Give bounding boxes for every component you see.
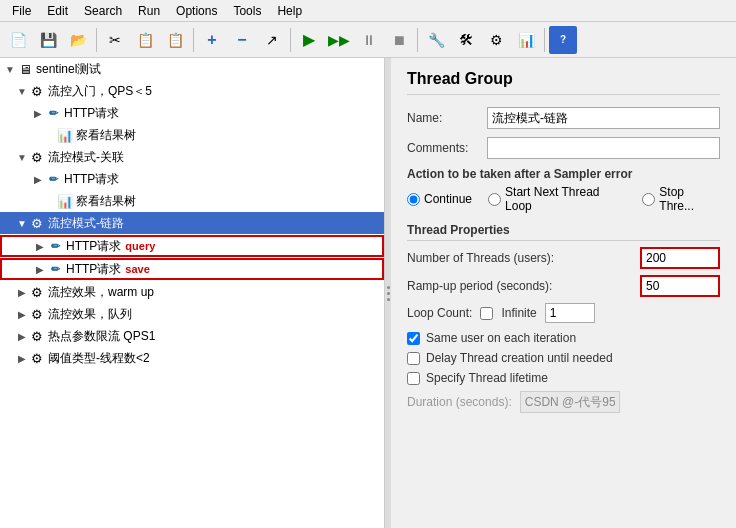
menu-options[interactable]: Options xyxy=(168,2,225,20)
settings-button[interactable]: ⚙ xyxy=(482,26,510,54)
tree-item-flow-chain[interactable]: ▼ ⚙ 流控模式-链路 xyxy=(0,212,384,234)
same-user-label[interactable]: Same user on each iteration xyxy=(426,331,576,345)
expand-flow-effect[interactable]: ▶ xyxy=(16,287,28,298)
specify-lifetime-checkbox[interactable] xyxy=(407,372,420,385)
delay-thread-label[interactable]: Delay Thread creation until needed xyxy=(426,351,613,365)
specify-lifetime-label[interactable]: Specify Thread lifetime xyxy=(426,371,548,385)
action-label: Action to be taken after a Sampler error xyxy=(407,167,720,181)
gear-icon-7: ⚙ xyxy=(28,349,46,367)
tree-label-flow-intro: 流控入门，QPS＜5 xyxy=(48,83,152,100)
expand-http4[interactable]: ▶ xyxy=(34,264,46,275)
panel-resize-handle[interactable] xyxy=(385,58,391,528)
drag-dot-2 xyxy=(387,292,390,295)
menu-tools[interactable]: Tools xyxy=(225,2,269,20)
tree-item-http4[interactable]: ▶ ✏ HTTP请求 save xyxy=(0,258,384,280)
clear-button[interactable]: ↗ xyxy=(258,26,286,54)
main-layout: ▼ 🖥 sentinel测试 ▼ ⚙ 流控入门，QPS＜5 ▶ ✏ HTTP请求… xyxy=(0,58,736,528)
tree-label-http3: HTTP请求 xyxy=(66,238,121,255)
menu-edit[interactable]: Edit xyxy=(39,2,76,20)
menu-help[interactable]: Help xyxy=(269,2,310,20)
num-threads-input[interactable] xyxy=(640,247,720,269)
copy-button[interactable]: 📋 xyxy=(131,26,159,54)
paste-button[interactable]: 📋 xyxy=(161,26,189,54)
gear-icon-4: ⚙ xyxy=(28,283,46,301)
menu-search[interactable]: Search xyxy=(76,2,130,20)
tree-label-flow-chain: 流控模式-链路 xyxy=(48,215,124,232)
loop-count-input[interactable] xyxy=(545,303,595,323)
comments-input[interactable] xyxy=(487,137,720,159)
tree-label-http1: HTTP请求 xyxy=(64,105,119,122)
cut-button[interactable]: ✂ xyxy=(101,26,129,54)
tree-item-flow-assoc[interactable]: ▼ ⚙ 流控模式-关联 xyxy=(0,146,384,168)
rampup-input[interactable] xyxy=(640,275,720,297)
expand-hotspot[interactable]: ▶ xyxy=(16,331,28,342)
tree-label-sentinel: sentinel测试 xyxy=(36,61,101,78)
loop-row: Loop Count: Infinite xyxy=(407,303,720,323)
tree-item-http1[interactable]: ▶ ✏ HTTP请求 xyxy=(0,102,384,124)
num-threads-row: Number of Threads (users): xyxy=(407,247,720,269)
menu-file[interactable]: File xyxy=(4,2,39,20)
http-icon-3: ✏ xyxy=(46,237,64,255)
tree-item-threshold[interactable]: ▶ ⚙ 阈值类型-线程数<2 xyxy=(0,347,384,369)
tree-item-http3[interactable]: ▶ ✏ HTTP请求 query xyxy=(0,235,384,257)
delay-thread-row: Delay Thread creation until needed xyxy=(407,351,720,365)
tree-item-flow-queue[interactable]: ▶ ⚙ 流控效果，队列 xyxy=(0,303,384,325)
infinite-checkbox[interactable] xyxy=(480,307,493,320)
gear-icon-5: ⚙ xyxy=(28,305,46,323)
same-user-checkbox[interactable] xyxy=(407,332,420,345)
stop-button[interactable]: ⏸ xyxy=(355,26,383,54)
shutdown-button[interactable]: ⏹ xyxy=(385,26,413,54)
tree-item-tree2[interactable]: 📊 察看结果树 xyxy=(0,190,384,212)
radio-continue-label: Continue xyxy=(424,192,472,206)
tree-label-http4: HTTP请求 xyxy=(66,261,121,278)
tree-item-sentinel[interactable]: ▼ 🖥 sentinel测试 xyxy=(0,58,384,80)
results-tree-icon-1: 📊 xyxy=(56,126,74,144)
help-icon-button[interactable]: ? xyxy=(549,26,577,54)
tree-item-hotspot[interactable]: ▶ ⚙ 热点参数限流 QPS1 xyxy=(0,325,384,347)
expand-flow-chain[interactable]: ▼ xyxy=(16,218,28,229)
name-input[interactable] xyxy=(487,107,720,129)
run-no-pause-button[interactable]: ▶▶ xyxy=(325,26,353,54)
run-button[interactable]: ▶ xyxy=(295,26,323,54)
remove-button[interactable]: − xyxy=(228,26,256,54)
computer-icon: 🖥 xyxy=(16,60,34,78)
gear-icon-2: ⚙ xyxy=(28,148,46,166)
save-button[interactable]: 📂 xyxy=(64,26,92,54)
chart-button[interactable]: 📊 xyxy=(512,26,540,54)
infinite-label: Infinite xyxy=(501,306,536,320)
radio-continue[interactable]: Continue xyxy=(407,192,472,206)
new-button[interactable]: 📄 xyxy=(4,26,32,54)
tree-label-flow-queue: 流控效果，队列 xyxy=(48,306,132,323)
expand-flow-assoc[interactable]: ▼ xyxy=(16,152,28,163)
add-button[interactable]: + xyxy=(198,26,226,54)
tree-item-tree1[interactable]: 📊 察看结果树 xyxy=(0,124,384,146)
duration-input[interactable] xyxy=(520,391,620,413)
badge-save: save xyxy=(125,263,149,275)
toolbar-separator-4 xyxy=(417,28,418,52)
config-panel: Thread Group Name: Comments: Action to b… xyxy=(391,58,736,528)
radio-stop-thread[interactable]: Stop Thre... xyxy=(642,185,720,213)
remote-stop-button[interactable]: 🛠 xyxy=(452,26,480,54)
delay-thread-checkbox[interactable] xyxy=(407,352,420,365)
same-user-row: Same user on each iteration xyxy=(407,331,720,345)
tree-item-flow-effect[interactable]: ▶ ⚙ 流控效果，warm up xyxy=(0,281,384,303)
expand-http2[interactable]: ▶ xyxy=(32,174,44,185)
expand-sentinel[interactable]: ▼ xyxy=(4,64,16,75)
results-tree-icon-2: 📊 xyxy=(56,192,74,210)
tree-panel: ▼ 🖥 sentinel测试 ▼ ⚙ 流控入门，QPS＜5 ▶ ✏ HTTP请求… xyxy=(0,58,385,528)
num-threads-label: Number of Threads (users): xyxy=(407,251,640,265)
radio-next-thread[interactable]: Start Next Thread Loop xyxy=(488,185,626,213)
expand-threshold[interactable]: ▶ xyxy=(16,353,28,364)
comments-row: Comments: xyxy=(407,137,720,159)
expand-flow-queue[interactable]: ▶ xyxy=(16,309,28,320)
open-button[interactable]: 💾 xyxy=(34,26,62,54)
expand-http1[interactable]: ▶ xyxy=(32,108,44,119)
toolbar-separator-2 xyxy=(193,28,194,52)
remote-start-button[interactable]: 🔧 xyxy=(422,26,450,54)
expand-http3[interactable]: ▶ xyxy=(34,241,46,252)
tree-item-flow-intro[interactable]: ▼ ⚙ 流控入门，QPS＜5 xyxy=(0,80,384,102)
tree-item-http2[interactable]: ▶ ✏ HTTP请求 xyxy=(0,168,384,190)
expand-flow-intro[interactable]: ▼ xyxy=(16,86,28,97)
menu-run[interactable]: Run xyxy=(130,2,168,20)
rampup-row: Ramp-up period (seconds): xyxy=(407,275,720,297)
